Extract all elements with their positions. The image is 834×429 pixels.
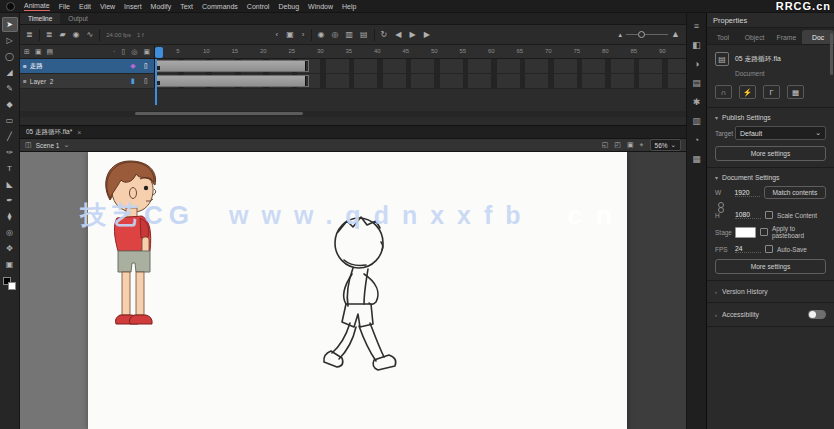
stage-canvas[interactable] (88, 152, 627, 429)
section-version-history[interactable]: ›Version History (707, 281, 834, 303)
link-dimensions-icon[interactable] (717, 202, 724, 212)
menu-item-edit[interactable]: Edit (79, 3, 91, 10)
menu-item-text[interactable]: Text (180, 3, 193, 10)
subselection-tool[interactable]: ▷ (2, 33, 18, 48)
timeline-zoom-knob[interactable] (638, 31, 645, 38)
fill-color-swatch[interactable] (8, 282, 16, 290)
custom-onion-icon[interactable]: ▤ (360, 31, 368, 39)
scene-breadcrumb[interactable]: ◫ Scene 1 ⌄ (25, 141, 69, 149)
properties-tab-tool[interactable]: Tool (707, 30, 739, 44)
menu-item-control[interactable]: Control (247, 3, 270, 10)
match-contents-button[interactable]: Match contents (764, 186, 826, 199)
menu-item-animate[interactable]: Animate (24, 2, 50, 11)
layer-options-icon[interactable]: ≣ (26, 31, 33, 39)
highlight-layers-icon[interactable]: ▯ (121, 48, 125, 56)
insert-blank-keyframe-icon[interactable]: ◉ (73, 31, 80, 39)
components-panel-icon[interactable]: ▦ (692, 154, 701, 164)
close-document-icon[interactable]: × (77, 129, 81, 136)
timeline-tab-timeline[interactable]: Timeline (20, 13, 60, 24)
properties-scrollbar[interactable] (830, 33, 833, 75)
fill-stroke-swatch[interactable] (3, 277, 17, 290)
apply-pasteboard-checkbox[interactable] (760, 228, 768, 236)
center-stage-icon[interactable]: ⌖ (640, 141, 644, 149)
properties-tab-frame[interactable]: Frame (771, 30, 803, 44)
graph-editor-icon[interactable]: ∿ (87, 31, 94, 39)
cc-libraries-panel-icon[interactable]: ◔ (694, 135, 699, 145)
zoom-in-frames-icon[interactable]: ▲ (671, 30, 680, 39)
scene-label[interactable]: Scene 1 (36, 142, 60, 149)
fps-field[interactable]: 24 (735, 245, 761, 253)
timeline-tab-output[interactable]: Output (60, 13, 96, 24)
playhead-marker[interactable] (155, 47, 163, 58)
layer-name-cell[interactable]: ≡走路◆▯ (20, 59, 155, 73)
eyedropper-tool[interactable]: ⧫ (2, 209, 18, 224)
document-more-settings-button[interactable]: More settings (715, 259, 826, 274)
edit-symbol-icon[interactable]: ◰ (614, 141, 621, 149)
menu-item-insert[interactable]: Insert (124, 3, 142, 10)
insert-keyframe-icon[interactable]: ▰ (59, 31, 65, 39)
sketch-boy-character[interactable] (306, 212, 418, 398)
zoom-out-frames-icon[interactable]: ▲ (617, 32, 623, 38)
ink-bottle-tool[interactable]: ✒ (2, 193, 18, 208)
expand-caret-icon[interactable]: › (715, 289, 717, 295)
layer-visibility-mark[interactable]: ◆ (128, 62, 138, 70)
play-icon[interactable]: ▶ (409, 31, 415, 39)
rectangle-tool[interactable]: ▭ (2, 113, 18, 128)
onion-outline-icon[interactable]: ◎ (332, 31, 339, 39)
menu-item-modify[interactable]: Modify (151, 3, 172, 10)
stage-color-swatch[interactable] (735, 227, 756, 238)
target-dropdown[interactable]: Default ⌄ (735, 126, 826, 140)
camera-tool[interactable]: ▣ (2, 257, 18, 272)
stage-zoom-select[interactable]: 56% ⌄ (650, 139, 681, 151)
height-field[interactable]: 1080 (735, 211, 761, 219)
quick-share-icon[interactable]: ⚡ (739, 85, 756, 99)
layer-page-icon[interactable]: ▯ (141, 77, 151, 85)
paint-bucket-tool[interactable]: ◣ (2, 177, 18, 192)
new-layer-icon[interactable]: ⊞ (24, 48, 30, 56)
collapse-caret-icon[interactable]: ▾ (715, 114, 718, 121)
frame-ruler[interactable]: 51015202530354045505560657075808590 (155, 45, 686, 58)
lock-layers-icon[interactable]: ◎ (131, 48, 137, 56)
stage-area[interactable]: 技艺CG www.qdnxxfb cn (20, 152, 686, 429)
width-field[interactable]: 1920 (735, 189, 760, 197)
layer-row[interactable]: ≡Layer_2▮▯ (20, 74, 686, 89)
auto-save-checkbox[interactable] (765, 245, 773, 253)
menu-item-commands[interactable]: Commands (202, 3, 238, 10)
loop-icon[interactable]: ↻ (381, 31, 388, 39)
scene-caret-icon[interactable]: ⌄ (63, 141, 69, 149)
classic-brush-tool[interactable]: ✎ (2, 81, 18, 96)
timeline-zoom-slider[interactable]: ▲ ▲ (617, 30, 680, 39)
menu-item-view[interactable]: View (100, 3, 115, 10)
fragments-panel-icon[interactable]: ✱ (693, 97, 701, 107)
layer-row[interactable]: ≡走路◆▯ (20, 59, 686, 74)
timeline-horizontal-scrollbar[interactable] (20, 111, 686, 117)
step-back-icon[interactable]: ◀ (395, 31, 401, 39)
scale-content-checkbox[interactable] (765, 211, 773, 219)
frame-span[interactable] (155, 60, 309, 72)
pen-tool[interactable]: ✑ (2, 145, 18, 160)
previous-keyframe-icon[interactable]: ‹ (276, 31, 279, 39)
layer-name[interactable]: 走路 (30, 62, 125, 71)
layer-frames[interactable] (155, 74, 686, 88)
eraser-tool[interactable]: ◆ (2, 97, 18, 112)
line-tool[interactable]: ╱ (2, 129, 18, 144)
edit-multiple-frames-icon[interactable]: ▥ (345, 31, 353, 39)
export-icon[interactable]: ▦ (787, 85, 804, 99)
layer-name-cell[interactable]: ≡Layer_2▮▯ (20, 74, 155, 88)
properties-tab-object[interactable]: Object (739, 30, 771, 44)
align-panel-icon[interactable]: ≡ (694, 21, 699, 31)
color-panel-icon[interactable]: ◑ (694, 59, 699, 69)
section-accessibility[interactable]: ›Accessibility (707, 303, 834, 327)
layer-visibility-mark[interactable]: ▮ (128, 77, 138, 85)
show-all-layers-icon[interactable]: · (113, 48, 115, 56)
info-panel-icon[interactable]: ◧ (692, 40, 701, 50)
layer-name[interactable]: Layer_2 (30, 78, 125, 85)
new-folder-icon[interactable]: ▣ (35, 48, 42, 56)
publish-more-settings-button[interactable]: More settings (715, 146, 826, 161)
delete-layer-icon[interactable]: ▤ (47, 48, 54, 56)
menu-item-file[interactable]: File (59, 3, 70, 10)
next-keyframe-icon[interactable]: › (302, 31, 305, 39)
layer-frames[interactable] (155, 59, 686, 73)
library-panel-icon[interactable]: ▥ (692, 116, 701, 126)
profile-icon[interactable]: Γ (763, 85, 780, 99)
